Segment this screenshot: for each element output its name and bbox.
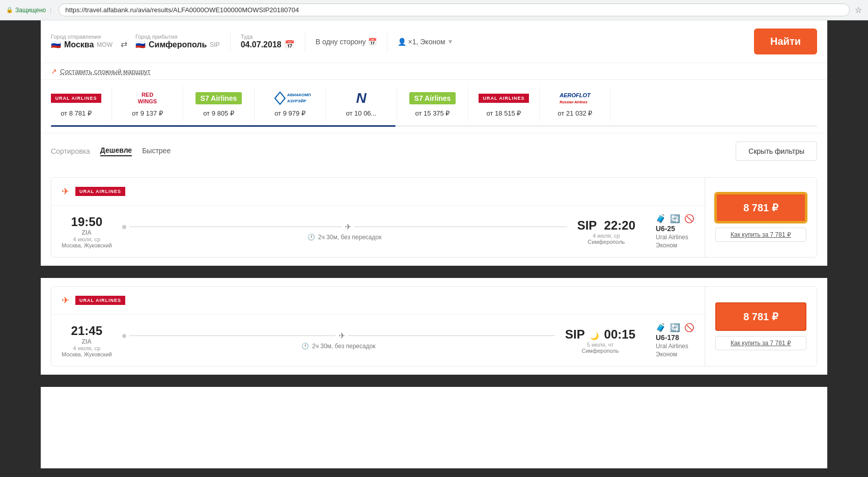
- redwings-logo: REDWINGS: [138, 92, 157, 105]
- url-bar[interactable]: https://travel.alfabank.ru/avia/results/…: [59, 4, 850, 16]
- duration-text-1: 2ч 30м, без пересадок: [312, 343, 376, 350]
- to-value: 🇷🇺 Симферополь SIP: [135, 40, 220, 49]
- secure-label: Защищено: [15, 7, 46, 14]
- dark-side-bar-0: [827, 177, 837, 258]
- hide-filters-button[interactable]: Скрыть фильтры: [736, 142, 817, 161]
- from-label: Город отправления: [51, 34, 113, 40]
- departure-date-1: 4 июля, ср: [62, 345, 112, 351]
- to-field[interactable]: Город прибытия 🇷🇺 Симферополь SIP: [135, 34, 220, 49]
- lock-icon: 🔒: [6, 7, 13, 13]
- airline-header-1: ✈ URAL AIRLINES: [51, 287, 705, 315]
- find-button[interactable]: Найти: [754, 29, 817, 54]
- passengers-field[interactable]: 👤 ×1, Эконом ▼: [398, 38, 454, 46]
- trip-type-text: В одну сторону: [316, 38, 366, 46]
- slider-progress: [51, 125, 817, 127]
- route-line-1: ✈: [122, 331, 555, 341]
- slider-progress-bar: [51, 125, 396, 127]
- from-flag: 🇷🇺: [51, 40, 61, 49]
- calendar-icon: 📅: [285, 40, 295, 49]
- arrival-date-1: 5 июля, чт: [565, 342, 635, 348]
- flight-details-0: 19:50 ZIA 4 июля, ср Москва, Жуковский ✈: [51, 206, 705, 257]
- no-something-icon-0: 🚫: [684, 214, 694, 223]
- airline-price-6: от 18 515 ₽: [487, 109, 521, 117]
- flight-card-left-1: ✈ URAL AIRLINES 21:45 ZIA 4 июля, ср Мос…: [51, 287, 705, 366]
- arrival-time-0: SIP 22:20: [577, 218, 635, 233]
- arrival-info-1: SIP 🌙 00:15 5 июля, чт Симферополь: [565, 327, 635, 354]
- route-plane-0: ✈: [345, 222, 351, 232]
- airlines-track: URAL AIRLINES от 8 781 ₽ REDWINGS от 9 1…: [41, 86, 827, 121]
- sort-fast[interactable]: Быстрее: [142, 147, 171, 156]
- departure-info-1: 21:45 ZIA 4 июля, ср Москва, Жуковский: [62, 324, 112, 357]
- plane-icon-0: ✈: [62, 186, 69, 197]
- airline-price-1: от 9 137 ₽: [132, 109, 163, 117]
- to-code: SIP: [210, 41, 219, 48]
- plane-icon-1: ✈: [62, 295, 69, 306]
- price-button-0[interactable]: 8 781 ₽: [715, 193, 806, 222]
- route-line-segment-0: [129, 227, 342, 227]
- main-content: Город отправления 🇷🇺 Москва MOW ⇄ Город …: [41, 20, 827, 468]
- s7-logo-2: S7 Airlines: [409, 92, 456, 104]
- route-line-segment2-0: [354, 227, 567, 227]
- swap-icon[interactable]: ⇄: [121, 39, 127, 49]
- airline-price-5: от 15 375 ₽: [415, 109, 450, 117]
- airline-card-6[interactable]: URAL AIRLINES от 18 515 ₽: [468, 86, 540, 121]
- passengers-chevron: ▼: [447, 38, 454, 45]
- from-city: Москва: [64, 40, 94, 49]
- flight-card-0: ✈ URAL AIRLINES 19:50 ZIA 4 июля, ср Мос…: [51, 177, 817, 258]
- airline-card-2[interactable]: S7 Airlines от 9 805 ₽: [183, 86, 255, 121]
- sort-cheap[interactable]: Дешевле: [100, 146, 132, 156]
- from-code: MOW: [97, 41, 113, 48]
- airline-card-7[interactable]: AEROFLOTRussian Airlines от 21 032 ₽: [540, 86, 611, 121]
- duration-info-0: 🕐 2ч 30м, без пересадок: [307, 234, 382, 241]
- airline-logo-4: N: [356, 90, 366, 106]
- clock-icon-1: 🕐: [301, 343, 309, 350]
- from-field[interactable]: Город отправления 🇷🇺 Москва MOW: [51, 34, 113, 49]
- departure-time-1: 21:45: [62, 324, 112, 338]
- meta-icons-1: 🧳 🔄 🚫: [656, 323, 694, 332]
- clock-icon-0: 🕐: [307, 234, 315, 241]
- airline-card-5[interactable]: S7 Airlines от 15 375 ₽: [397, 86, 468, 121]
- flight-card-1: ✈ URAL AIRLINES 21:45 ZIA 4 июля, ср Мос…: [51, 286, 817, 367]
- s7-logo: S7 Airlines: [195, 92, 242, 104]
- airlines-slider: URAL AIRLINES от 8 781 ₽ REDWINGS от 9 1…: [41, 80, 827, 133]
- arrival-city-0: Симферополь: [577, 239, 635, 245]
- airline-card-4[interactable]: N от 10 06...: [326, 86, 397, 121]
- route-line-0: ✈: [122, 222, 567, 232]
- date-value: 04.07.2018 📅: [241, 40, 295, 49]
- moon-icon-1: 🌙: [590, 332, 599, 340]
- card-airline-logo-0: URAL AIRLINES: [75, 187, 125, 196]
- search-bar: Город отправления 🇷🇺 Москва MOW ⇄ Город …: [41, 20, 827, 63]
- route-icon: ↗: [51, 67, 57, 75]
- buy-cheaper-1[interactable]: Как купить за 7 781 ₽: [715, 336, 806, 350]
- airline-price-0: от 8 781 ₽: [61, 109, 92, 117]
- arrival-airport-prefix-1: SIP: [565, 327, 584, 341]
- route-plane-1: ✈: [339, 331, 345, 341]
- airline-card-0[interactable]: URAL AIRLINES от 8 781 ₽: [41, 86, 112, 121]
- meta-icons-0: 🧳 🔄 🚫: [656, 214, 694, 223]
- star-icon[interactable]: ☆: [855, 5, 862, 15]
- departure-info-0: 19:50 ZIA 4 июля, ср Москва, Жуковский: [62, 215, 112, 248]
- duration-info-1: 🕐 2ч 30м, без пересадок: [301, 343, 376, 350]
- flight-card-right-1: 8 781 ₽ Как купить за 7 781 ₽: [705, 287, 817, 366]
- to-label: Город прибытия: [135, 34, 220, 40]
- complex-route-link[interactable]: Составить сложный маршрут: [60, 68, 150, 75]
- airline-price-3: от 9 979 ₽: [274, 109, 305, 117]
- airline-card-1[interactable]: REDWINGS от 9 137 ₽: [112, 86, 183, 121]
- svg-text:АЗУРЭЙР: АЗУРЭЙР: [287, 99, 306, 103]
- luggage-icon-1: 🧳: [656, 323, 666, 332]
- airline-card-3[interactable]: АВИАКОМПАНИЯ АЗУРЭЙР от 9 979 ₽: [255, 86, 326, 121]
- date-field[interactable]: Туда 04.07.2018 📅: [241, 34, 295, 49]
- refresh-icon-1: 🔄: [670, 323, 680, 332]
- luggage-icon-0: 🧳: [656, 214, 666, 223]
- dark-side-bar-1: [827, 286, 837, 367]
- date-label: Туда: [241, 34, 295, 40]
- trip-type-field[interactable]: В одну сторону 📅: [316, 38, 377, 46]
- nordavia-logo: N: [356, 90, 366, 106]
- buy-cheaper-0[interactable]: Как купить за 7 781 ₽: [715, 228, 806, 242]
- arrival-city-1: Симферополь: [565, 348, 635, 354]
- arrival-airport-prefix-0: SIP: [577, 218, 597, 232]
- route-dot-start-0: [122, 225, 126, 229]
- trip-type-calendar-icon: 📅: [368, 38, 377, 46]
- price-button-1[interactable]: 8 781 ₽: [715, 302, 806, 331]
- airline-logo-0: URAL AIRLINES: [51, 90, 101, 106]
